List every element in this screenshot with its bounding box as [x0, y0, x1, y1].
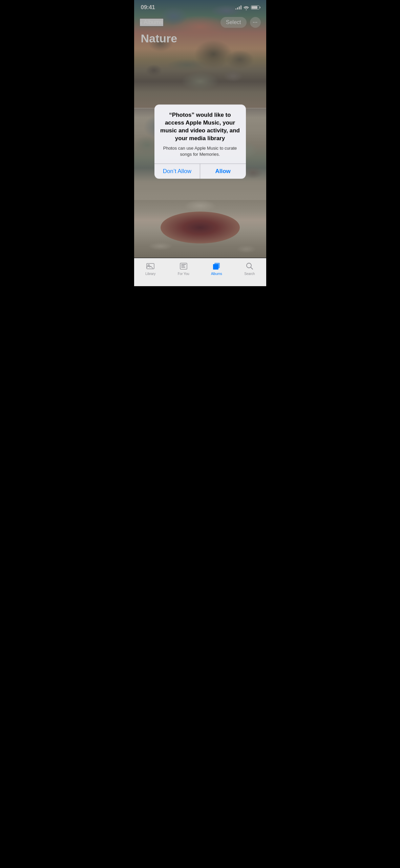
tab-search[interactable]: Search [233, 262, 266, 276]
allow-button[interactable]: Allow [200, 164, 246, 179]
tab-library[interactable]: Library [134, 262, 167, 276]
screen: 09:41 ‹ Albums [134, 0, 266, 286]
alert-title: “Photos” would like to access Apple Musi… [160, 111, 240, 142]
dont-allow-button[interactable]: Don’t Allow [154, 164, 200, 179]
tab-bar: Library For You [134, 258, 266, 286]
albums-icon [212, 262, 221, 271]
alert-content: “Photos” would like to access Apple Musi… [154, 104, 246, 163]
for-you-icon [179, 262, 188, 271]
search-label: Search [244, 272, 255, 276]
tab-albums[interactable]: Albums [200, 262, 233, 276]
tab-for-you[interactable]: For You [167, 262, 200, 276]
albums-label: Albums [211, 272, 222, 276]
alert-buttons: Don’t Allow Allow [154, 164, 246, 179]
for-you-label: For You [178, 272, 189, 276]
library-icon [146, 262, 155, 271]
alert-message: Photos can use Apple Music to curate son… [160, 145, 240, 157]
search-tab-icon [245, 262, 254, 271]
library-label: Library [145, 272, 155, 276]
alert-dialog: “Photos” would like to access Apple Musi… [154, 104, 246, 179]
svg-rect-6 [181, 267, 185, 268]
svg-rect-4 [181, 264, 186, 265]
svg-rect-5 [181, 265, 185, 266]
svg-rect-9 [213, 264, 218, 270]
